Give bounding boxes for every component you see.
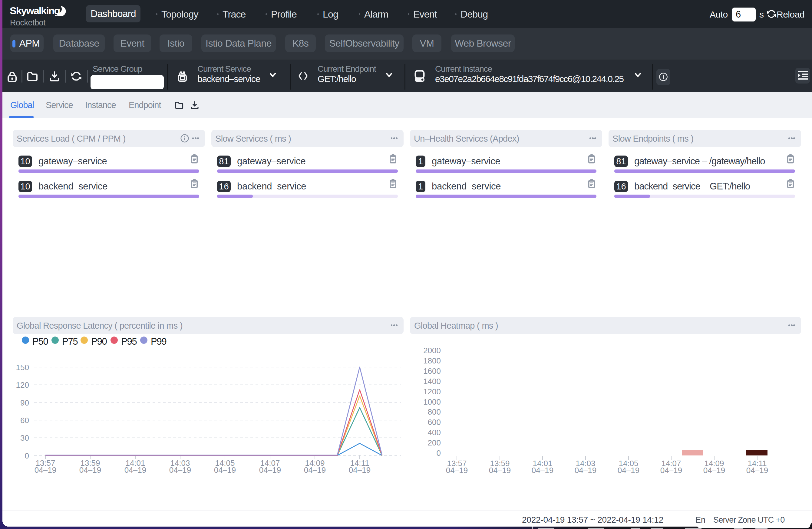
svg-text:150: 150 — [16, 363, 29, 372]
svg-text:04–19: 04–19 — [214, 466, 236, 474]
svg-text:04–19: 04–19 — [489, 466, 511, 475]
svg-text:1800: 1800 — [423, 356, 441, 365]
svg-text:04–19: 04–19 — [34, 466, 56, 474]
svg-text:04–19: 04–19 — [446, 466, 468, 475]
svg-text:04–19: 04–19 — [575, 466, 596, 475]
svg-text:1200: 1200 — [423, 387, 441, 396]
svg-text:800: 800 — [428, 407, 441, 416]
svg-text:120: 120 — [16, 380, 29, 390]
svg-text:2000: 2000 — [423, 347, 441, 355]
svg-text:04–19: 04–19 — [618, 466, 639, 475]
svg-text:200: 200 — [428, 438, 441, 447]
svg-text:04–19: 04–19 — [660, 466, 682, 475]
svg-text:04–19: 04–19 — [304, 466, 326, 474]
svg-text:04–19: 04–19 — [746, 466, 768, 475]
svg-text:0: 0 — [25, 451, 29, 460]
svg-text:04–19: 04–19 — [169, 466, 191, 474]
svg-text:1400: 1400 — [423, 377, 441, 386]
svg-text:90: 90 — [20, 398, 29, 407]
svg-text:04–19: 04–19 — [125, 466, 146, 474]
svg-text:04–19: 04–19 — [259, 466, 281, 474]
svg-text:30: 30 — [20, 434, 29, 442]
svg-text:04–19: 04–19 — [703, 466, 725, 475]
svg-text:04–19: 04–19 — [532, 466, 553, 475]
svg-text:600: 600 — [428, 417, 441, 427]
svg-text:04–19: 04–19 — [79, 466, 101, 474]
svg-text:1000: 1000 — [423, 397, 441, 407]
svg-text:400: 400 — [428, 428, 441, 437]
svg-text:60: 60 — [20, 416, 29, 425]
svg-text:1600: 1600 — [423, 367, 441, 376]
svg-text:04–19: 04–19 — [349, 466, 371, 474]
svg-text:0: 0 — [437, 449, 441, 458]
